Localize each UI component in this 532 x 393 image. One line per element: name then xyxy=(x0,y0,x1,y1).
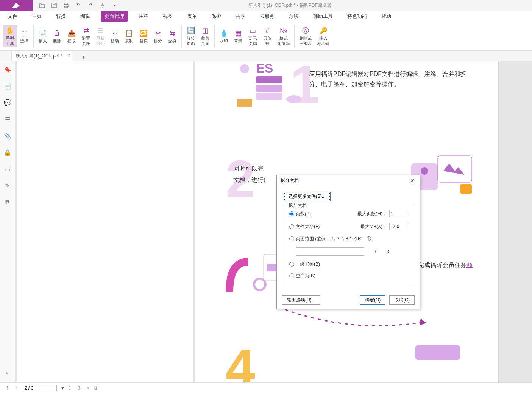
format-icon: № xyxy=(280,26,287,35)
tab-title: 新人引导(1)_OCR.pdf * xyxy=(16,53,62,59)
hand-icon: ✋ xyxy=(6,26,14,35)
dialog-title: 拆分文档 xyxy=(281,177,299,184)
page-range-radio[interactable] xyxy=(289,236,294,241)
svg-point-9 xyxy=(240,64,249,73)
comments-icon[interactable]: 💬 xyxy=(3,98,12,107)
page-number-input[interactable] xyxy=(23,385,57,391)
next-page-button[interactable]: 〉 xyxy=(69,385,73,391)
reverse-button[interactable]: ⇄逆置页序 xyxy=(79,25,93,47)
last-page-button[interactable]: 》 xyxy=(78,385,83,391)
replace-button[interactable]: 🔁替换 xyxy=(137,28,150,44)
file-size-label: 文件大小(F) xyxy=(296,224,320,230)
save-icon[interactable] xyxy=(51,2,58,9)
qat-more-icon[interactable]: ▾ xyxy=(111,2,118,9)
bookmark-radio[interactable] xyxy=(289,262,294,267)
document-tabs: 新人引导(1)_OCR.pdf * × + xyxy=(0,51,532,61)
menu-cloud[interactable]: 云服务 xyxy=(256,11,278,22)
menu-edit[interactable]: 编辑 xyxy=(76,11,94,22)
articles-icon[interactable]: ⧉ xyxy=(3,198,12,207)
svg-rect-2 xyxy=(65,3,68,5)
view-mode-continuous-icon[interactable]: ⧉ xyxy=(94,385,97,391)
layers-icon[interactable]: ☰ xyxy=(3,115,12,123)
background-button[interactable]: ▦背景 xyxy=(231,28,245,44)
view-mode-single-icon[interactable]: ▫ xyxy=(87,385,89,391)
copy-icon: 📋 xyxy=(125,29,133,38)
menu-present[interactable]: 放映 xyxy=(285,11,303,22)
blank-page-radio[interactable] xyxy=(289,273,294,278)
sidebar-expand-icon[interactable]: ▸ xyxy=(6,371,8,375)
touch-icon[interactable] xyxy=(99,2,106,9)
hand-tool-button[interactable]: ✋手型工具 xyxy=(3,25,17,47)
max-pages-input[interactable] xyxy=(389,210,407,217)
page-range-label: 页面范围 (范例： 1, 2-7, 8-10)(R) xyxy=(296,236,363,242)
rotate-icon: 🔄 xyxy=(187,26,195,35)
select-button[interactable]: ⬚选择 xyxy=(17,28,31,44)
undo-icon[interactable] xyxy=(75,2,82,9)
menu-convert[interactable]: 转换 xyxy=(52,11,70,22)
menu-page-manage[interactable]: 页面管理 xyxy=(101,11,128,22)
split-options-group: 拆分文档 页数(P) 最大页数(M)： 文件大小(F) 最大MB( xyxy=(284,205,413,286)
menu-features[interactable]: 特色功能 xyxy=(343,11,371,22)
max-mb-input[interactable] xyxy=(389,223,407,230)
menu-annotate[interactable]: 注释 xyxy=(135,11,152,22)
ok-button[interactable]: 确定(O) xyxy=(360,295,385,305)
add-tab-button[interactable]: + xyxy=(79,54,88,61)
move-button[interactable]: ↔移动 xyxy=(108,28,122,44)
pages-panel-icon[interactable]: 📄 xyxy=(3,82,12,90)
menu-view[interactable]: 视图 xyxy=(159,11,176,22)
info-icon[interactable]: ⓘ xyxy=(367,236,371,242)
page-range-input[interactable] xyxy=(296,247,364,256)
fields-icon[interactable]: ▭ xyxy=(3,165,12,173)
signature-icon[interactable]: ✎ xyxy=(3,182,12,190)
crop-button[interactable]: ◫裁剪页面 xyxy=(198,25,212,47)
insert-button[interactable]: 📄插入 xyxy=(36,28,50,44)
cancel-button[interactable]: 取消(C) xyxy=(389,295,415,305)
close-tab-icon[interactable]: × xyxy=(67,53,70,58)
bookmark-label: 一级书签(B) xyxy=(296,261,320,267)
watermark-button[interactable]: 💧水印 xyxy=(217,28,231,44)
extract-button[interactable]: 📤提取 xyxy=(65,28,78,44)
main-area: 🔖 📄 💬 ☰ 📎 🔒 ▭ ✎ ⧉ ▸ 1 ES xyxy=(0,61,532,382)
page-count-radio[interactable] xyxy=(289,211,294,216)
menu-form[interactable]: 表单 xyxy=(183,11,201,22)
menu-home[interactable]: 主页 xyxy=(28,11,45,22)
menu-accessibility[interactable]: 辅助工具 xyxy=(309,11,337,22)
first-page-button[interactable]: 《 xyxy=(4,385,9,391)
page-dropdown-icon[interactable]: ▾ xyxy=(61,385,64,391)
dialog-title-bar[interactable]: 拆分文档 ✕ xyxy=(277,175,420,186)
output-options-button[interactable]: 输出选项(U)... xyxy=(282,295,320,305)
remove-trial-wm-button[interactable]: Ⓐ删除试用水印 xyxy=(297,25,314,47)
rearrange-icon: ☰ xyxy=(97,26,103,35)
svg-rect-14 xyxy=(438,156,472,182)
security-icon[interactable]: 🔒 xyxy=(3,148,12,157)
headerfooter-button[interactable]: ▭页眉/页脚 xyxy=(246,25,260,47)
menu-share[interactable]: 共享 xyxy=(232,11,249,22)
rotate-button[interactable]: 🔄旋转页面 xyxy=(184,25,198,47)
illustration-4 xyxy=(407,341,476,364)
split-button[interactable]: ✂拆分 xyxy=(151,28,165,44)
max-pages-label: 最大页数(M)： xyxy=(357,211,387,217)
menu-file[interactable]: 文件 xyxy=(4,11,21,22)
open-icon[interactable] xyxy=(39,2,45,9)
activation-code-button[interactable]: 🔑输入激活码 xyxy=(315,25,332,47)
background-icon: ▦ xyxy=(235,29,242,38)
document-viewport[interactable]: 1 ES 应用福昕PDF编辑器对PDF文档进行编辑、注释、合并和拆分、电子签章、… xyxy=(15,61,532,382)
delete-button[interactable]: 🗑删除 xyxy=(50,28,64,44)
attachments-icon[interactable]: 📎 xyxy=(3,132,12,140)
redo-icon[interactable] xyxy=(87,2,94,9)
prev-page-button[interactable]: 〈 xyxy=(13,385,18,391)
swap-button[interactable]: ⇆交换 xyxy=(165,28,179,44)
document-tab[interactable]: 新人引导(1)_OCR.pdf * × xyxy=(11,51,72,61)
bookmark-icon[interactable]: 🔖 xyxy=(3,65,12,73)
file-size-radio[interactable] xyxy=(289,224,294,229)
dialog-close-button[interactable]: ✕ xyxy=(409,178,416,184)
bates-button[interactable]: #贝茨数 xyxy=(261,25,274,47)
print-icon[interactable] xyxy=(63,2,70,9)
crop-icon: ◫ xyxy=(202,26,209,35)
select-more-files-button[interactable]: 选择更多文件(S)... xyxy=(284,192,331,201)
max-mb-label: 最大MB(X)： xyxy=(360,224,387,230)
menu-protect[interactable]: 保护 xyxy=(207,11,225,22)
copy-button[interactable]: 📋复制 xyxy=(122,28,136,44)
format-pagenum-button[interactable]: №格式化页码 xyxy=(275,25,292,47)
menu-help[interactable]: 帮助 xyxy=(378,11,395,22)
